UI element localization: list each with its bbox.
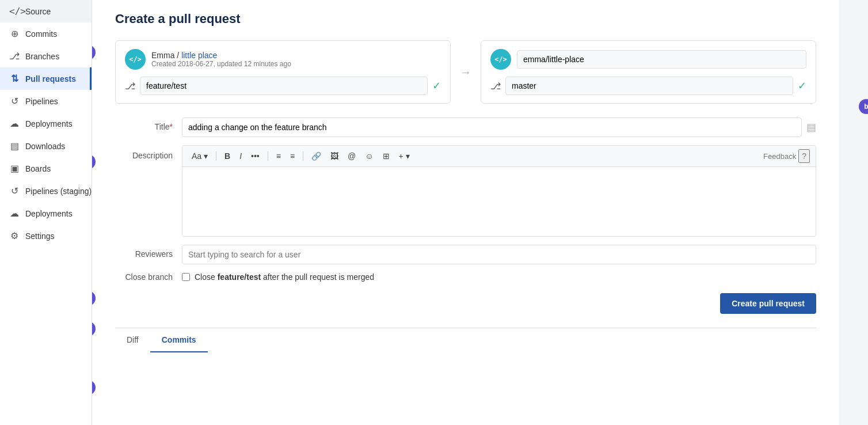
sidebar-item-label: Pipelines (staging) xyxy=(25,187,92,196)
arrow-right-icon: → xyxy=(460,66,471,79)
source-card-header: </> Emma / little place Created 2018-06-… xyxy=(125,49,441,70)
commits-icon: ⊕ xyxy=(9,28,20,39)
sidebar-item-label: Source xyxy=(25,7,51,16)
dest-repo-dropdown[interactable]: emma/little-place xyxy=(517,50,806,69)
title-label: Title* xyxy=(115,117,173,131)
toolbar-sep-1 xyxy=(216,151,216,161)
source-repo-icon: </> xyxy=(125,49,146,70)
close-branch-checkbox[interactable] xyxy=(182,273,190,281)
help-btn[interactable]: ? xyxy=(798,149,810,163)
sidebar-item-label: Commits xyxy=(25,29,57,39)
dest-card-header: </> emma/little-place xyxy=(490,49,806,70)
source-repo-link[interactable]: little place xyxy=(181,51,217,60)
sidebar-item-label: Downloads xyxy=(25,142,65,151)
settings-icon: ⚙ xyxy=(9,230,20,241)
sidebar-item-boards[interactable]: ▣ Boards xyxy=(0,157,92,180)
sidebar-item-label: Settings xyxy=(25,232,55,241)
main-content: Create a pull request </> Emma / little … xyxy=(92,0,839,425)
description-row: Description Aa ▾ B I ••• xyxy=(115,145,816,237)
submit-row: Create pull request xyxy=(115,293,816,314)
add-btn[interactable]: + ▾ xyxy=(395,149,413,163)
reviewers-row: Reviewers xyxy=(115,245,816,264)
source-check-icon: ✓ xyxy=(432,79,441,92)
editor-body[interactable] xyxy=(182,167,816,236)
ol-btn[interactable]: ≡ xyxy=(287,149,298,163)
sidebar-item-source[interactable]: </> Source xyxy=(0,0,92,22)
page-title: Create a pull request xyxy=(115,12,816,26)
dest-repo-selector: emma/little-place xyxy=(517,50,806,69)
source-icon-text: </> xyxy=(129,55,142,63)
branches-icon: ⎇ xyxy=(9,51,20,62)
sidebar-item-label: Deployments xyxy=(25,209,73,218)
ul-btn[interactable]: ≡ xyxy=(273,149,284,163)
sidebar-item-label: Deployments xyxy=(25,119,73,128)
reviewers-input[interactable] xyxy=(182,245,816,264)
sidebar-item-label: Pipelines xyxy=(25,97,58,106)
create-pull-request-button[interactable]: Create pull request xyxy=(720,293,816,314)
sidebar-item-deployments[interactable]: ☁ Deployments xyxy=(0,112,92,135)
sidebar-item-deployments-2[interactable]: ☁ Deployments xyxy=(0,202,92,225)
dest-branch-card: </> emma/little-place ⎇ master ✓ xyxy=(481,40,816,104)
toolbar-sep-3 xyxy=(303,151,303,161)
pipelines-icon: ↺ xyxy=(9,96,20,107)
more-btn[interactable]: ••• xyxy=(248,149,263,163)
source-icon: </> xyxy=(9,6,20,17)
sidebar-item-pipelines-staging[interactable]: ↺ Pipelines (staging) xyxy=(0,180,92,202)
tabs-row: Diff Commits xyxy=(115,328,816,352)
bold-btn[interactable]: B xyxy=(221,149,234,163)
source-branch-card: </> Emma / little place Created 2018-06-… xyxy=(115,40,451,104)
deployments-icon: ☁ xyxy=(9,118,20,129)
description-editor: Aa ▾ B I ••• ≡ ≡ 🔗 xyxy=(182,145,816,237)
dest-icon-text: </> xyxy=(494,55,507,63)
source-repo-info: Emma / little place Created 2018-06-27, … xyxy=(151,51,291,68)
link-btn[interactable]: 🔗 xyxy=(308,149,325,163)
text-style-btn[interactable]: Aa ▾ xyxy=(188,149,211,163)
boards-icon: ▣ xyxy=(9,163,20,174)
feedback-link[interactable]: Feedback xyxy=(763,152,796,161)
title-input[interactable] xyxy=(182,117,802,137)
source-branch-icon: ⎇ xyxy=(125,81,135,92)
pull-requests-icon: ⇅ xyxy=(9,73,20,84)
source-branch-select-row: ⎇ feature/test ✓ xyxy=(125,77,441,95)
close-branch-label: Close branch xyxy=(115,272,173,282)
source-repo-meta: Created 2018-06-27, updated 12 minutes a… xyxy=(151,60,291,68)
image-btn[interactable]: 🖼 xyxy=(327,149,342,163)
dest-check-icon: ✓ xyxy=(798,79,806,92)
pipelines-staging-icon: ↺ xyxy=(9,185,20,196)
sidebar-item-label: Pull requests xyxy=(25,74,76,84)
mention-btn[interactable]: @ xyxy=(344,149,359,163)
close-branch-check: Close feature/test after the pull reques… xyxy=(182,272,374,282)
sidebar-item-label: Branches xyxy=(25,52,59,61)
dest-repo-icon: </> xyxy=(490,49,511,70)
sidebar-item-commits[interactable]: ⊕ Commits xyxy=(0,22,92,45)
reviewers-label: Reviewers xyxy=(115,245,173,259)
sidebar-item-label: Boards xyxy=(25,164,51,173)
title-row: Title* ▤ xyxy=(115,117,816,137)
downloads-icon: ▤ xyxy=(9,141,20,151)
annotation-b: b xyxy=(859,99,868,114)
branch-selector-row: </> Emma / little place Created 2018-06-… xyxy=(115,40,816,104)
template-icon: ▤ xyxy=(806,121,816,134)
table-btn[interactable]: ⊞ xyxy=(379,149,393,163)
sidebar: </> Source ⊕ Commits ⎇ Branches ⇅ Pull r… xyxy=(0,0,92,425)
dest-branch-select-row: ⎇ master ✓ xyxy=(490,77,806,95)
toolbar-sep-2 xyxy=(268,151,268,161)
tab-diff[interactable]: Diff xyxy=(115,328,150,352)
close-branch-text: Close feature/test after the pull reques… xyxy=(195,272,374,282)
emoji-btn[interactable]: ☺ xyxy=(361,149,376,163)
dest-branch-dropdown[interactable]: master xyxy=(505,77,793,95)
italic-btn[interactable]: I xyxy=(236,149,245,163)
sidebar-item-downloads[interactable]: ▤ Downloads xyxy=(0,135,92,157)
tab-commits[interactable]: Commits xyxy=(150,328,208,352)
sidebar-item-pipelines[interactable]: ↺ Pipelines xyxy=(0,90,92,112)
source-repo-name: Emma / little place xyxy=(151,51,291,60)
sidebar-item-pull-requests[interactable]: ⇅ Pull requests xyxy=(0,67,92,90)
sidebar-item-settings[interactable]: ⚙ Settings xyxy=(0,225,92,247)
close-branch-row: Close branch Close feature/test after th… xyxy=(115,272,816,282)
deployments-2-icon: ☁ xyxy=(9,208,20,219)
description-label: Description xyxy=(115,145,173,160)
sidebar-item-branches[interactable]: ⎇ Branches xyxy=(0,45,92,67)
dest-branch-icon: ⎇ xyxy=(490,81,501,92)
source-branch-dropdown[interactable]: feature/test xyxy=(140,77,428,95)
editor-toolbar: Aa ▾ B I ••• ≡ ≡ 🔗 xyxy=(182,146,816,167)
